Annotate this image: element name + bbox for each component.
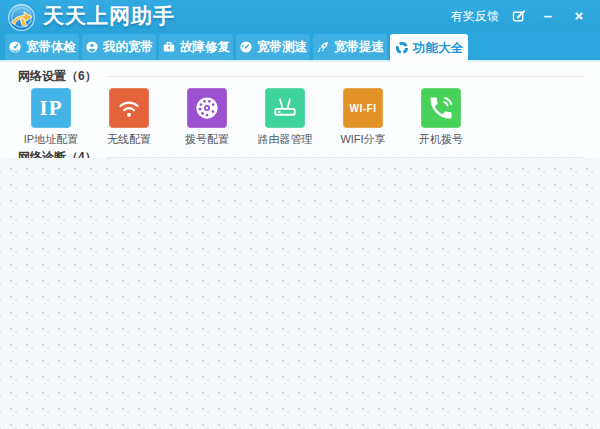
section-title: 网络设置（6） [18, 68, 97, 85]
router-manage-icon [265, 88, 305, 128]
item-wireless-config[interactable]: 无线配置 [90, 88, 168, 147]
speedometer-icon [239, 40, 253, 54]
dotted-background [0, 158, 600, 429]
item-router-manage[interactable]: 路由器管理 [246, 88, 324, 147]
tab-all-features[interactable]: 功能大全 [390, 34, 468, 62]
item-label: 拨号配置 [185, 132, 229, 147]
section-divider [107, 76, 584, 77]
item-ip-config[interactable]: IP IP地址配置 [12, 88, 90, 147]
app-window: 天天上网助手 有奖反馈 – × 宽带体检 [0, 0, 600, 429]
rocket-icon [316, 40, 330, 54]
item-label: 开机拨号 [419, 132, 463, 147]
app-logo-icon [8, 4, 35, 31]
item-wifi-share[interactable]: WI-FI WIFI分享 [324, 88, 402, 147]
item-label: WIFI分享 [340, 132, 385, 147]
section-network-diagnosis-clipped: 网络诊断（4） [0, 149, 600, 158]
tab-label: 宽带提速 [334, 39, 384, 56]
tab-fault-repair[interactable]: 故障修复 [159, 34, 233, 60]
tab-label: 故障修复 [180, 39, 230, 56]
wifi-share-icon: WI-FI [343, 88, 383, 128]
feedback-link[interactable]: 有奖反馈 [451, 8, 499, 25]
ip-icon-text: IP [40, 96, 63, 121]
wireless-config-icon [109, 88, 149, 128]
minimize-button[interactable]: – [539, 7, 557, 25]
item-label: IP地址配置 [24, 132, 78, 147]
tab-label: 宽带测速 [257, 39, 307, 56]
content-area: 网络设置（6） IP IP地址配置 无线配置 [0, 62, 600, 429]
tab-label: 功能大全 [413, 40, 463, 57]
network-settings-items: IP IP地址配置 无线配置 [0, 88, 600, 147]
tab-speed-boost[interactable]: 宽带提速 [313, 34, 387, 60]
tab-label: 我的宽带 [103, 39, 153, 56]
dial-config-icon [187, 88, 227, 128]
tab-speed-test[interactable]: 宽带测速 [236, 34, 310, 60]
toolbox-icon [162, 40, 176, 54]
all-features-ring-icon [395, 41, 409, 55]
tab-label: 宽带体检 [26, 39, 76, 56]
ip-config-icon: IP [31, 88, 71, 128]
title-bar: 天天上网助手 有奖反馈 – × [0, 0, 600, 32]
wifi-icon-text: WI-FI [350, 103, 377, 114]
item-label: 路由器管理 [258, 132, 313, 147]
tab-my-broadband[interactable]: 我的宽带 [82, 34, 156, 60]
my-broadband-icon [85, 40, 99, 54]
section-title: 网络诊断（4） [18, 149, 97, 158]
feedback-note-icon[interactable] [512, 9, 526, 23]
app-title: 天天上网助手 [43, 2, 175, 30]
item-dial-config[interactable]: 拨号配置 [168, 88, 246, 147]
section-network-settings-header: 网络设置（6） [18, 68, 584, 85]
close-button[interactable]: × [570, 7, 588, 25]
item-label: 无线配置 [107, 132, 151, 147]
checkup-gauge-icon [8, 40, 22, 54]
item-boot-dial[interactable]: 开机拨号 [402, 88, 480, 147]
tab-bar: 宽带体检 我的宽带 故障修复 宽带测速 [0, 32, 600, 62]
tab-broadband-checkup[interactable]: 宽带体检 [5, 34, 79, 60]
boot-dial-icon [421, 88, 461, 128]
